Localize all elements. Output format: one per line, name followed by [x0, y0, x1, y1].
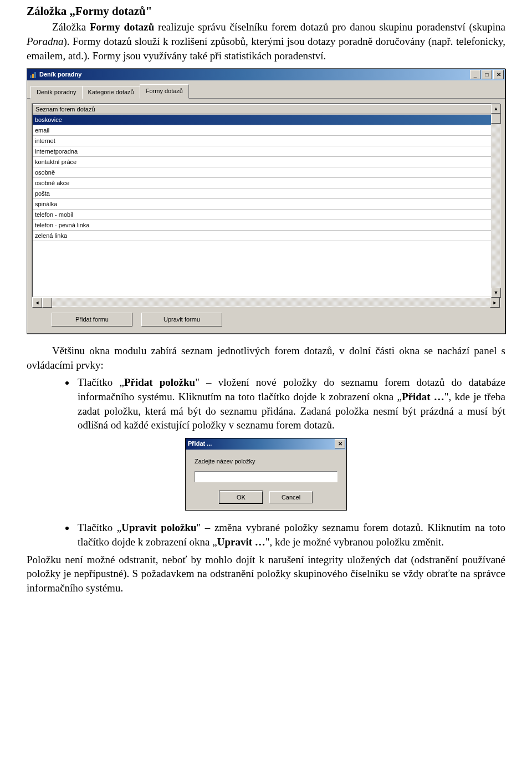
- titlebar[interactable]: Deník poradny _ □ ✕: [27, 69, 505, 80]
- dialog-close-button[interactable]: ✕: [335, 439, 345, 448]
- text-bold: Formy dotazů: [90, 21, 154, 33]
- scroll-track[interactable]: [491, 124, 500, 288]
- chevron-up-icon: ▲: [494, 105, 499, 112]
- tab-kategorie-dotazu[interactable]: Kategorie dotazů: [82, 86, 140, 99]
- edit-form-button[interactable]: Upravit formu: [141, 313, 222, 327]
- grid-cell: osobně akce: [33, 178, 499, 188]
- app-window: Deník poradny _ □ ✕ Deník poradny Katego…: [27, 68, 505, 334]
- chevron-down-icon: ▼: [494, 289, 499, 296]
- table-row[interactable]: osobně akce: [33, 178, 499, 188]
- text: realizuje správu číselníku forem dotazů …: [154, 21, 505, 33]
- table-row[interactable]: internet: [33, 136, 499, 146]
- grid-cell: osobně: [33, 167, 499, 177]
- intro-paragraph: Záložka Formy dotazů realizuje správu čí…: [27, 20, 505, 63]
- svg-rect-2: [34, 72, 36, 78]
- grid-cell: kontaktní práce: [33, 157, 499, 167]
- close-button[interactable]: ✕: [493, 70, 504, 79]
- add-form-button[interactable]: Přidat formu: [52, 313, 132, 327]
- close-icon: ✕: [338, 440, 342, 448]
- maximize-icon: □: [485, 71, 488, 79]
- table-row[interactable]: pošta: [33, 188, 499, 199]
- list-item: Tlačítko „Přidat položku" – vložení nové…: [75, 375, 505, 432]
- table-row[interactable]: kontaktní práce: [33, 157, 499, 167]
- text: Tlačítko „: [78, 522, 121, 533]
- table-row[interactable]: telefon - pevná linka: [33, 220, 499, 231]
- chevron-left-icon: ◄: [35, 299, 40, 306]
- text: ). Formy dotazů slouží k rozlišení způso…: [27, 35, 505, 62]
- scroll-thumb[interactable]: [42, 298, 52, 308]
- scroll-up-button[interactable]: ▲: [491, 104, 501, 114]
- table-row[interactable]: boskovice: [33, 115, 499, 125]
- text: ", kde je možné vybranou položku změnit.: [265, 536, 444, 548]
- paragraph: Většinu okna modulu zabírá seznam jednot…: [27, 344, 505, 372]
- table-row[interactable]: zelená linka: [33, 231, 499, 241]
- vertical-scrollbar[interactable]: ▲ ▼: [491, 104, 500, 298]
- table-row[interactable]: internetporadna: [33, 146, 499, 157]
- text-bold: Upravit …: [217, 536, 265, 548]
- grid-cell: email: [33, 125, 499, 135]
- dialog-label: Zadejte název položky: [195, 457, 337, 466]
- table-row[interactable]: osobně: [33, 167, 499, 178]
- grid-column-header[interactable]: Seznam forem dotazů: [33, 104, 499, 114]
- text-bold: Upravit položku: [121, 522, 196, 533]
- scroll-track[interactable]: [52, 298, 490, 307]
- text-bold: Přidat …: [402, 391, 444, 402]
- text: Záložka: [52, 21, 90, 33]
- text: Tlačítko „: [78, 376, 124, 388]
- minimize-icon: _: [474, 71, 477, 79]
- dialog-name-input[interactable]: [195, 471, 337, 482]
- table-row[interactable]: telefon - mobil: [33, 210, 499, 220]
- grid-cell: pošta: [33, 188, 499, 198]
- grid-cell: internetporadna: [33, 146, 499, 156]
- table-row[interactable]: email: [33, 125, 499, 136]
- dialog-title: Přidat ...: [188, 440, 335, 448]
- maximize-button[interactable]: □: [482, 70, 492, 79]
- dialog-cancel-button[interactable]: Cancel: [269, 491, 313, 504]
- grid-cell: telefon - mobil: [33, 210, 499, 220]
- list-item: Tlačítko „Upravit položku" – změna vybra…: [75, 521, 505, 549]
- tab-formy-dotazu[interactable]: Formy dotazů: [140, 84, 189, 99]
- app-icon: [29, 71, 37, 79]
- scroll-left-button[interactable]: ◄: [32, 298, 42, 308]
- grid-cell: zelená linka: [33, 231, 499, 241]
- close-icon: ✕: [497, 71, 501, 79]
- text-bold: Přidat položku: [124, 376, 195, 388]
- add-dialog: Přidat ... ✕ Zadejte název položky OK Ca…: [185, 438, 347, 511]
- grid-cell: internet: [33, 136, 499, 146]
- text-italic: Poradna: [27, 35, 64, 47]
- minimize-button[interactable]: _: [470, 70, 480, 79]
- window-title: Deník poradny: [39, 70, 470, 79]
- table-row[interactable]: spinálka: [33, 199, 499, 210]
- grid-cell: boskovice: [33, 115, 499, 125]
- svg-rect-0: [30, 75, 32, 78]
- grid-cell: spinálka: [33, 199, 499, 209]
- data-grid: Seznam forem dotazů boskovice email inte…: [32, 103, 500, 307]
- scroll-thumb[interactable]: [491, 114, 501, 124]
- scroll-down-button[interactable]: ▼: [491, 288, 501, 298]
- section-heading: Záložka „Formy dotazů": [27, 3, 505, 19]
- chevron-right-icon: ►: [493, 299, 498, 306]
- grid-empty-area: [33, 241, 499, 297]
- scroll-right-button[interactable]: ►: [490, 298, 500, 308]
- dialog-ok-button[interactable]: OK: [219, 491, 263, 504]
- tab-bar: Deník poradny Kategorie dotazů Formy dot…: [27, 80, 505, 99]
- grid-cell: telefon - pevná linka: [33, 220, 499, 230]
- svg-rect-1: [32, 74, 34, 78]
- dialog-titlebar[interactable]: Přidat ... ✕: [186, 438, 346, 450]
- tab-denik-poradny[interactable]: Deník poradny: [30, 86, 83, 99]
- horizontal-scrollbar[interactable]: ◄ ►: [32, 297, 500, 307]
- final-paragraph: Položku není možné odstranit, neboť by m…: [27, 553, 505, 595]
